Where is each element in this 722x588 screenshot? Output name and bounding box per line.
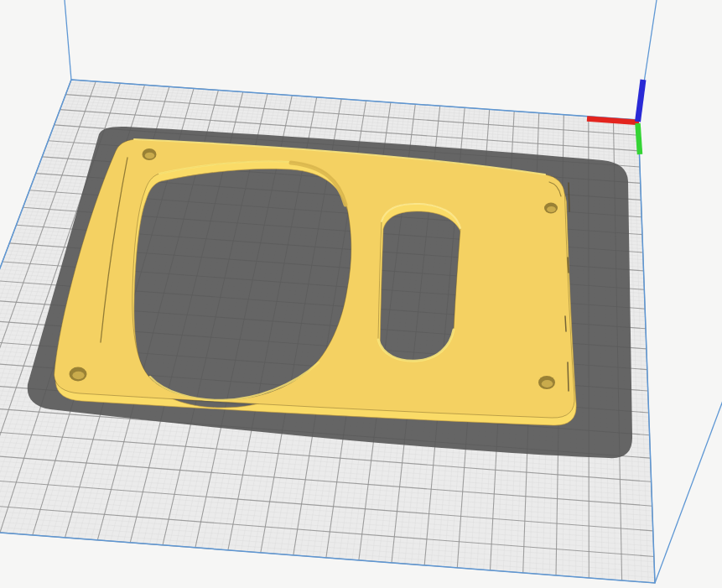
screw-hole-inner bbox=[72, 372, 84, 379]
screw-hole bbox=[143, 148, 157, 160]
y-axis-arrow bbox=[638, 123, 641, 154]
screw-hole bbox=[70, 367, 87, 382]
scene-canvas[interactable] bbox=[0, 0, 722, 588]
viewport-3d[interactable] bbox=[0, 0, 722, 588]
screw-hole-inner bbox=[542, 380, 553, 388]
screw-hole-inner bbox=[145, 153, 155, 159]
screw-hole-inner bbox=[547, 206, 556, 212]
screw-hole bbox=[544, 203, 558, 214]
right-edge-tick-2 bbox=[568, 258, 569, 273]
x-axis-arrow bbox=[587, 119, 639, 123]
right-edge-tick-3 bbox=[565, 316, 566, 331]
screw-hole bbox=[538, 376, 555, 389]
right-edge-tick-4 bbox=[568, 362, 569, 391]
right-edge-tick-1 bbox=[569, 183, 569, 211]
